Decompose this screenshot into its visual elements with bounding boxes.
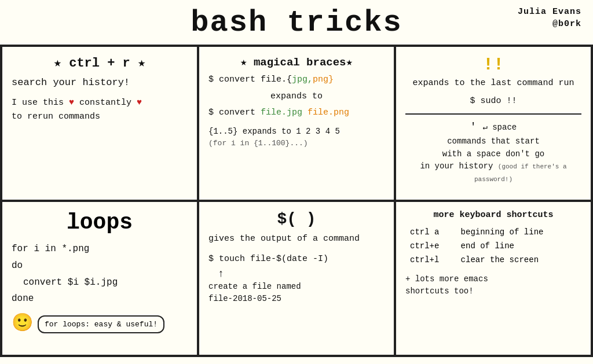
cell-bang: !! expands to the last command run $ sud… xyxy=(395,46,592,201)
bang-desc: expands to the last command run xyxy=(405,77,581,90)
braces-title: ★ magical braces★ xyxy=(208,55,385,69)
loops-title: loops xyxy=(12,210,188,235)
cell-loops: loops for i in *.png do convert $i $i.jp… xyxy=(1,201,198,356)
space-good-note: (good if there's a password!) xyxy=(474,163,567,183)
cell-braces: ★ magical braces★ $ convert file.{jpg,pn… xyxy=(198,46,395,201)
shortcut-desc: end of line xyxy=(457,240,580,252)
arrow-up-icon: ↑ xyxy=(218,268,385,280)
braces-file-green: jpg, xyxy=(292,75,313,84)
ctrl-r-desc: I use this ♥ constantly ♥ to rerun comma… xyxy=(12,96,188,124)
shortcuts-title: more keyboard shortcuts xyxy=(405,210,581,220)
loops-code: for i in *.png do convert $i $i.jpg done xyxy=(12,241,188,307)
braces-example1: $ convert file.{jpg,png} xyxy=(208,73,385,87)
subshell-example: $ touch file-$(date -I) xyxy=(208,253,385,266)
shortcuts-more: + lots more emacs shortcuts too! xyxy=(405,273,581,297)
braces-result-orange2: file.png xyxy=(308,108,349,117)
space-backtick: ' xyxy=(470,121,483,133)
shortcut-desc: clear the screen xyxy=(457,253,580,266)
bang-example: $ sudo !! xyxy=(405,95,581,108)
ctrl-r-title: ★ ctrl + r ★ xyxy=(12,55,188,71)
heart-icon-1: ♥ xyxy=(69,98,74,108)
braces-expands-to: expands to xyxy=(208,90,385,104)
braces-cmd-prefix: $ convert file.{ xyxy=(208,75,292,84)
braces-range: {1..5} expands to 1 2 3 4 5 xyxy=(208,126,385,138)
loops-bubble: for loops: easy & useful! xyxy=(38,315,164,333)
bang-symbol: !! xyxy=(405,55,581,75)
space-arrow: ↵ space xyxy=(482,123,517,132)
content-grid: ★ ctrl + r ★ search your history! I use … xyxy=(0,45,593,357)
shortcut-key: ctrl a xyxy=(407,226,456,238)
page-title: bash tricks xyxy=(0,0,593,45)
shortcut-key: ctrl+e xyxy=(407,240,456,252)
subshell-title: $( ) xyxy=(208,210,385,228)
shortcuts-table: ctrl abeginning of linectrl+eend of line… xyxy=(405,225,581,267)
subshell-desc: gives the output of a command xyxy=(208,233,385,246)
ctrl-r-search: search your history! xyxy=(12,75,188,90)
shortcut-row: ctrl+lclear the screen xyxy=(407,253,580,266)
stick-figure: 🙂 xyxy=(12,312,33,333)
heart-icon-2: ♥ xyxy=(137,98,142,108)
cell-subshell: $( ) gives the output of a command $ tou… xyxy=(198,201,395,356)
subshell-note: create a file named file-2018-05-25 xyxy=(208,281,385,305)
shortcut-row: ctrl abeginning of line xyxy=(407,226,580,238)
braces-file-orange: png} xyxy=(313,75,334,84)
cell-ctrl-r: ★ ctrl + r ★ search your history! I use … xyxy=(1,46,198,201)
cell-shortcuts: more keyboard shortcuts ctrl abeginning … xyxy=(395,201,592,356)
page: bash tricks Julia Evans @b0rk ★ ctrl + r… xyxy=(0,0,593,364)
braces-result-green2: file.jpg xyxy=(261,108,302,117)
shortcut-desc: beginning of line xyxy=(457,226,580,238)
shortcut-row: ctrl+eend of line xyxy=(407,240,580,252)
braces-result-prefix: $ convert xyxy=(208,108,261,117)
author-label: Julia Evans @b0rk xyxy=(518,6,581,30)
space-desc: ' ↵ spacecommands that startwith a space… xyxy=(405,119,581,186)
braces-for-note: (for i in {1..100}...) xyxy=(208,138,385,149)
shortcut-key: ctrl+l xyxy=(407,253,456,266)
braces-result: $ convert file.jpg file.png xyxy=(208,106,385,120)
